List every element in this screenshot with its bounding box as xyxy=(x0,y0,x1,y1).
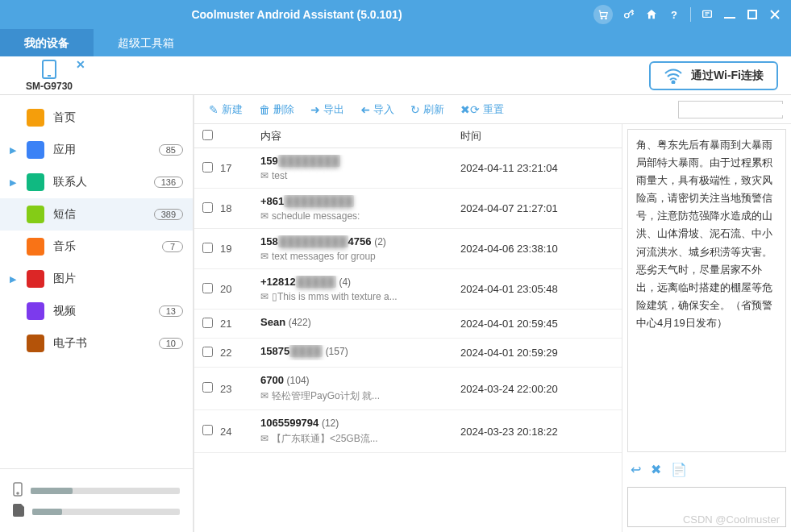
sidebar-item-label: 短信 xyxy=(53,207,154,222)
sidebar-item-apps[interactable]: ▶ 应用 85 xyxy=(0,134,193,166)
key-icon[interactable] xyxy=(622,8,635,21)
preview-pane: 角、粤东先后有暴雨到大暴雨局部特大暴雨。由于过程累积雨量大，具有极端性，致灾风险… xyxy=(622,124,791,532)
sidebar-badge: 7 xyxy=(162,241,183,252)
photos-icon xyxy=(26,269,45,289)
row-sender: Sean (422) xyxy=(260,316,451,328)
svg-point-0 xyxy=(601,18,602,19)
nav-list: 首页 ▶ 应用 85▶ 联系人 136 短信 389 音乐 7▶ 图片 视频 1… xyxy=(0,95,193,468)
sidebar-item-photos[interactable]: ▶ 图片 xyxy=(0,263,193,295)
delete-button[interactable]: 🗑删除 xyxy=(252,99,301,120)
storage-panel xyxy=(0,468,193,532)
sidebar-item-sms[interactable]: 短信 389 xyxy=(0,198,193,231)
sidebar-badge: 389 xyxy=(154,209,183,220)
phone-storage-icon xyxy=(13,482,23,499)
row-sender: +861█████████ xyxy=(260,195,451,207)
close-icon[interactable] xyxy=(768,8,781,21)
export-button[interactable]: ➜导出 xyxy=(304,99,351,120)
chevron-right-icon: ▶ xyxy=(10,177,23,188)
cart-icon[interactable] xyxy=(593,5,613,24)
main: 首页 ▶ 应用 85▶ 联系人 136 短信 389 音乐 7▶ 图片 视频 1… xyxy=(0,95,791,532)
sidebar-badge: 13 xyxy=(159,305,183,317)
feedback-icon[interactable] xyxy=(701,8,714,21)
minimize-icon[interactable] xyxy=(723,8,736,21)
table-wrap: 内容 时间 17 159████████ ✉test 2024-04-11 23… xyxy=(194,124,791,532)
sidebar-item-contacts[interactable]: ▶ 联系人 136 xyxy=(0,166,193,198)
storage-sd xyxy=(13,504,180,519)
table-row[interactable]: 19 158█████████4756 (2) ✉text messages f… xyxy=(194,229,622,269)
row-preview: ✉schedule messages: xyxy=(260,210,451,222)
import-button[interactable]: ➜导入 xyxy=(354,99,401,120)
device-close-icon[interactable]: ✕ xyxy=(76,58,85,71)
row-content: +861█████████ ✉schedule messages: xyxy=(260,195,460,222)
sidebar-item-label: 音乐 xyxy=(53,239,162,254)
row-time: 2024-03-23 20:18:22 xyxy=(460,426,622,438)
table-row[interactable]: 20 +12812█████ (4) ✉▯This is mms with te… xyxy=(194,269,622,310)
row-sender: 159████████ xyxy=(260,155,451,167)
svg-rect-3 xyxy=(703,10,712,17)
row-checkbox[interactable] xyxy=(194,347,220,360)
row-checkbox[interactable] xyxy=(194,382,220,395)
delete-message-icon[interactable]: ✖ xyxy=(651,462,661,477)
row-checkbox[interactable] xyxy=(194,202,220,215)
sidebar-item-label: 应用 xyxy=(53,143,159,157)
titlebar-right: ? xyxy=(593,5,791,24)
row-time: 2024-04-01 20:59:29 xyxy=(460,347,622,359)
row-number: 20 xyxy=(220,283,260,295)
help-icon[interactable]: ? xyxy=(668,8,681,21)
preview-actions: ↩ ✖ 📄 xyxy=(622,457,791,482)
table-row[interactable]: 21 Sean (422) 2024-04-01 20:59:45 xyxy=(194,310,622,339)
title-bar: Coolmuster Android Assistant (5.0.101) ? xyxy=(0,0,791,29)
sidebar-item-home[interactable]: 首页 xyxy=(0,102,193,134)
tab-my-device[interactable]: 我的设备 xyxy=(0,29,94,56)
row-time: 2024-04-07 21:27:01 xyxy=(460,202,622,214)
import-icon: ➜ xyxy=(360,103,370,116)
row-sender: +12812█████ (4) xyxy=(260,276,451,288)
sidebar-item-ebook[interactable]: 电子书 10 xyxy=(0,327,193,360)
th-time[interactable]: 时间 xyxy=(460,129,622,143)
search-box[interactable]: 🔍 xyxy=(678,101,783,118)
sidebar-badge: 136 xyxy=(154,177,183,188)
table-row[interactable]: 18 +861█████████ ✉schedule messages: 202… xyxy=(194,189,622,229)
row-content: 159████████ ✉test xyxy=(260,155,460,181)
tab-toolbox[interactable]: 超级工具箱 xyxy=(94,29,198,56)
row-checkbox[interactable] xyxy=(194,243,220,256)
home-icon[interactable] xyxy=(645,8,658,21)
sidebar-item-music[interactable]: 音乐 7 xyxy=(0,231,193,263)
svg-point-8 xyxy=(17,493,19,494)
phone-icon xyxy=(42,60,56,79)
table-row[interactable]: 22 15875████ (157) 2024-04-01 20:59:29 xyxy=(194,339,622,368)
sidebar-item-video[interactable]: 视频 13 xyxy=(0,295,193,327)
row-checkbox[interactable] xyxy=(194,425,220,438)
row-sender: 1065599794 (12) xyxy=(260,417,451,429)
th-content[interactable]: 内容 xyxy=(260,129,460,143)
toolbar: ✎新建 🗑删除 ➜导出 ➜导入 ↻刷新 ✖⟳重置 🔍 xyxy=(194,95,791,124)
copy-icon[interactable]: 📄 xyxy=(671,462,687,477)
content: ✎新建 🗑删除 ➜导出 ➜导入 ↻刷新 ✖⟳重置 🔍 内容 时间 17 xyxy=(194,95,791,532)
preview-text: 角、粤东先后有暴雨到大暴雨局部特大暴雨。由于过程累积雨量大，具有极端性，致灾风险… xyxy=(627,129,786,452)
search-input[interactable] xyxy=(682,104,791,115)
row-content: Sean (422) xyxy=(260,316,460,331)
row-checkbox[interactable] xyxy=(194,283,220,296)
maximize-icon[interactable] xyxy=(746,8,759,21)
row-checkbox[interactable] xyxy=(194,162,220,175)
row-preview: ✉【广东联通】<25GB流... xyxy=(260,432,451,446)
table-row[interactable]: 23 6700 (104) ✉轻松管理PayGo计划 就... 2024-03-… xyxy=(194,368,622,410)
new-button[interactable]: ✎新建 xyxy=(202,99,249,120)
sidebar-badge: 10 xyxy=(159,338,183,349)
reply-icon[interactable]: ↩ xyxy=(631,462,641,477)
table-row[interactable]: 17 159████████ ✉test 2024-04-11 23:21:04 xyxy=(194,148,622,189)
refresh-label: 刷新 xyxy=(423,102,444,117)
row-number: 22 xyxy=(220,347,260,359)
th-checkbox[interactable] xyxy=(194,130,220,143)
row-checkbox[interactable] xyxy=(194,318,220,330)
row-number: 17 xyxy=(220,162,260,174)
refresh-button[interactable]: ↻刷新 xyxy=(404,99,451,120)
wifi-connect-button[interactable]: 通过Wi-Fi连接 xyxy=(649,61,778,90)
table-row[interactable]: 24 1065599794 (12) ✉【广东联通】<25GB流... 2024… xyxy=(194,410,622,453)
sidebar-item-label: 图片 xyxy=(53,272,183,286)
nav-tabs: 我的设备 超级工具箱 xyxy=(0,29,791,56)
reset-button[interactable]: ✖⟳重置 xyxy=(454,99,510,120)
row-preview: ✉▯This is mms with texture a... xyxy=(260,291,451,302)
sidebar: 首页 ▶ 应用 85▶ 联系人 136 短信 389 音乐 7▶ 图片 视频 1… xyxy=(0,95,194,532)
device-card[interactable]: ✕ SM-G9730 xyxy=(13,60,85,92)
